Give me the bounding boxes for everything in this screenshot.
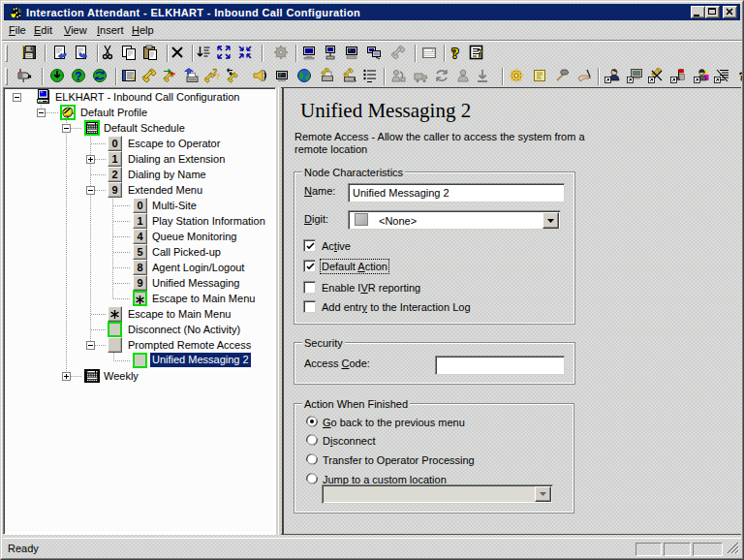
svg-text:?: ? (216, 73, 220, 81)
svg-text:?: ? (739, 69, 744, 83)
svg-text:?: ? (478, 47, 483, 60)
svg-text:?: ? (451, 46, 459, 61)
svg-text:?: ? (75, 70, 81, 83)
